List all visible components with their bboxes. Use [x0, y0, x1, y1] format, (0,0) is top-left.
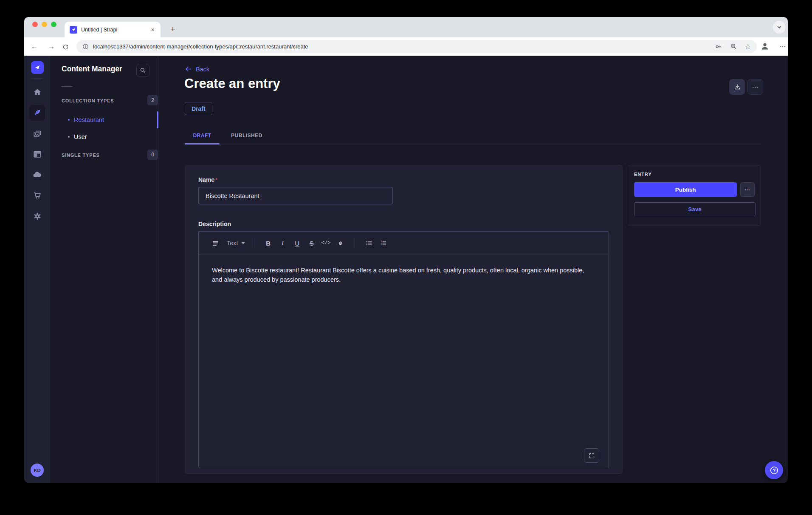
- subnav-title: Content Manager: [62, 65, 122, 74]
- bullet-icon: [68, 119, 70, 121]
- name-input[interactable]: [198, 187, 393, 204]
- url-text: localhost:1337/admin/content-manager/col…: [93, 43, 715, 50]
- name-field-label: Name: [198, 176, 214, 183]
- editor-toolbar: Text B I U S </>: [199, 232, 609, 255]
- user-avatar[interactable]: KD: [31, 464, 44, 477]
- link-button[interactable]: [333, 236, 348, 250]
- entry-panel: ENTRY Publish ⋯ Save: [628, 165, 761, 226]
- bookmark-star-icon[interactable]: ☆: [745, 43, 751, 50]
- strapi-favicon-icon: [70, 26, 77, 34]
- align-justify-icon: [212, 240, 219, 247]
- entry-more-button[interactable]: ⋯: [740, 182, 755, 197]
- close-window-button[interactable]: [32, 22, 38, 27]
- description-editor-content[interactable]: Welcome to Biscotte restaurant! Restaura…: [199, 255, 609, 295]
- browser-menu-button[interactable]: ⋮: [778, 40, 788, 53]
- chevron-down-icon[interactable]: [241, 241, 245, 245]
- numbered-list-button[interactable]: 12: [376, 236, 391, 250]
- password-key-icon[interactable]: [715, 43, 722, 51]
- sidebar-item-label: Restaurant: [74, 116, 104, 123]
- new-tab-button[interactable]: +: [166, 23, 180, 36]
- browser-forward-button[interactable]: →: [45, 40, 58, 53]
- nav-settings-button[interactable]: [29, 208, 45, 224]
- svg-text:?: ?: [773, 468, 775, 473]
- bulleted-list-icon: [365, 239, 373, 247]
- tabs-divider: [185, 144, 761, 145]
- browser-tab[interactable]: Untitled | Strapi ×: [65, 22, 161, 37]
- zoom-in-icon[interactable]: [730, 43, 737, 50]
- single-types-count-badge: 0: [147, 150, 158, 160]
- browser-reload-button[interactable]: [59, 40, 72, 53]
- collection-types-label: COLLECTION TYPES: [62, 98, 114, 103]
- nav-deploy-button[interactable]: [29, 167, 45, 183]
- header-more-button[interactable]: ⋯: [747, 79, 763, 95]
- export-button[interactable]: [729, 79, 745, 95]
- description-field-label: Description: [198, 221, 231, 227]
- tab-title: Untitled | Strapi: [81, 27, 150, 33]
- page-title: Create an entry: [184, 76, 280, 91]
- strikethrough-button[interactable]: S: [304, 236, 319, 250]
- underline-button[interactable]: U: [290, 236, 304, 250]
- required-mark: *: [215, 177, 217, 183]
- rich-text-editor: Text B I U S </>: [198, 231, 609, 468]
- minimize-window-button[interactable]: [42, 22, 47, 27]
- chevron-down-icon: [776, 24, 782, 30]
- help-button[interactable]: ?: [765, 461, 783, 479]
- nav-content-manager-button[interactable]: [29, 105, 45, 121]
- layout-icon: [33, 150, 42, 159]
- url-field[interactable]: localhost:1337/admin/content-manager/col…: [76, 40, 757, 53]
- publish-button[interactable]: Publish: [634, 182, 737, 197]
- bulleted-list-button[interactable]: [362, 236, 376, 250]
- tab-search-button[interactable]: [773, 21, 786, 34]
- italic-button[interactable]: I: [276, 236, 290, 250]
- gear-icon: [33, 212, 42, 221]
- nav-divider: [31, 78, 43, 79]
- cart-icon: [33, 191, 42, 200]
- collection-types-count-badge: 2: [147, 95, 158, 105]
- content-manager-subnav: Content Manager COLLECTION TYPES 2 Resta…: [50, 56, 158, 483]
- text-style-dropdown[interactable]: Text: [227, 240, 238, 246]
- tab-close-icon[interactable]: ×: [150, 26, 155, 33]
- media-library-icon: [33, 129, 42, 139]
- code-button[interactable]: </>: [319, 236, 333, 250]
- browser-window: Untitled | Strapi × + ← → localhost:1337…: [24, 17, 788, 483]
- sidebar-item-label: User: [74, 133, 87, 140]
- question-mark-icon: ?: [769, 465, 779, 475]
- nav-home-button[interactable]: [29, 84, 45, 100]
- feather-icon: [33, 108, 42, 117]
- strapi-logo[interactable]: [31, 61, 44, 74]
- nav-content-type-builder-button[interactable]: [29, 146, 45, 162]
- main-nav: KD: [24, 56, 50, 483]
- toolbar-divider: [254, 238, 254, 249]
- align-justify-button[interactable]: [208, 236, 223, 250]
- bullet-icon: [68, 136, 70, 138]
- reload-icon: [62, 43, 69, 51]
- expand-editor-button[interactable]: [584, 448, 599, 463]
- bold-button[interactable]: B: [261, 236, 276, 250]
- browser-profile-avatar[interactable]: [760, 41, 770, 53]
- svg-text:1: 1: [381, 240, 382, 243]
- download-icon: [733, 83, 741, 91]
- nav-media-library-button[interactable]: [29, 126, 45, 141]
- save-button[interactable]: Save: [634, 202, 756, 216]
- tab-published[interactable]: PUBLISHED: [226, 128, 268, 143]
- entry-form-card: Name* Description Text: [185, 165, 623, 474]
- entry-panel-title: ENTRY: [634, 172, 755, 177]
- browser-tabstrip: Untitled | Strapi × +: [24, 17, 788, 37]
- subnav-search-button[interactable]: [136, 64, 149, 77]
- link-icon: [337, 239, 344, 247]
- back-link[interactable]: Back: [185, 65, 209, 73]
- tab-draft[interactable]: DRAFT: [185, 128, 220, 143]
- site-info-icon[interactable]: [82, 43, 89, 50]
- cloud-icon: [32, 170, 42, 180]
- browser-back-button[interactable]: ←: [28, 40, 41, 53]
- strapi-app: KD Content Manager COLLECTION TYPES 2 Re…: [24, 56, 788, 483]
- sidebar-item-restaurant[interactable]: Restaurant: [50, 111, 158, 128]
- zoom-window-button[interactable]: [51, 22, 56, 27]
- home-icon: [33, 88, 42, 97]
- sidebar-item-user[interactable]: User: [50, 128, 158, 145]
- toolbar-divider: [355, 238, 355, 249]
- browser-urlbar: ← → localhost:1337/admin/content-manager…: [24, 37, 788, 56]
- nav-marketplace-button[interactable]: [29, 187, 45, 203]
- back-label: Back: [196, 66, 209, 73]
- arrow-left-icon: [185, 65, 192, 73]
